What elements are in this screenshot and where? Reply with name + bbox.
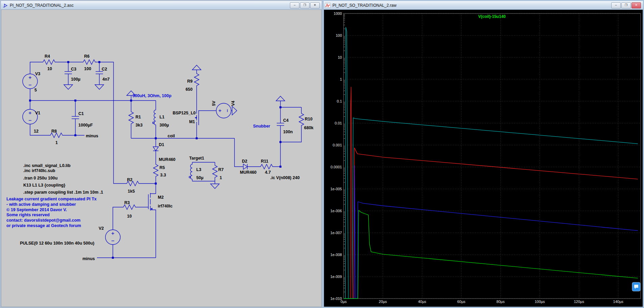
value-L3[interactable]: 50µ <box>196 175 203 180</box>
value-V3[interactable]: 5 <box>34 88 37 92</box>
comment-line[interactable]: contact: davorslistdepot@gmail.com <box>6 218 80 223</box>
ground-icon[interactable] <box>210 184 219 189</box>
comment-line[interactable]: Some rights reserved <box>6 213 50 217</box>
component-D1[interactable] <box>153 147 158 151</box>
spice-directive[interactable]: .inc irf740lc.sub <box>23 168 55 173</box>
component-R7[interactable] <box>213 164 217 178</box>
label-M2[interactable]: M2 <box>158 195 164 200</box>
comment-line[interactable]: © 19 September 2014 Davor V. <box>6 207 67 212</box>
label-M1[interactable]: M1 <box>189 119 195 124</box>
label-target[interactable]: Target1 <box>189 156 204 161</box>
value-R4[interactable]: 10 <box>47 66 52 71</box>
maximize-button[interactable]: ❐ <box>300 2 309 8</box>
component-R10[interactable] <box>299 112 304 127</box>
component-C1[interactable] <box>72 116 79 119</box>
component-M2[interactable] <box>148 193 152 211</box>
component-R3[interactable] <box>122 205 137 209</box>
schematic-canvas[interactable]: V3 5 R4 10 C3 100µ R6 100 C2 4n7 V1 12 C… <box>1 9 322 307</box>
net-label-minus-2[interactable]: minus <box>82 256 95 261</box>
label-R2[interactable]: R2 <box>127 177 132 182</box>
power-flag-icon[interactable] <box>276 96 285 101</box>
component-R11[interactable] <box>259 164 274 169</box>
value-V1[interactable]: 12 <box>34 129 39 134</box>
model-M1[interactable]: BSP125_L0 <box>173 111 196 115</box>
spice-directive[interactable]: .inc small_signal_L0.lib <box>23 163 71 168</box>
directive-ic[interactable]: .ic V(n008) 240 <box>270 175 300 180</box>
value-V4[interactable]: 5V <box>212 101 216 106</box>
label-R11[interactable]: R11 <box>261 159 268 164</box>
label-R3[interactable]: R3 <box>124 200 130 205</box>
component-L1[interactable] <box>153 110 156 125</box>
label-V2[interactable]: V2 <box>99 226 104 231</box>
value-R9[interactable]: 650 <box>185 87 193 92</box>
component-D2[interactable] <box>243 164 247 169</box>
waveform-plot[interactable]: 10001001010.10.010.0010.00011e-0051e-006… <box>324 10 643 307</box>
power-flag-icon[interactable] <box>192 65 201 70</box>
note-inductor[interactable]: 300uH, 3Ohm, 100p <box>132 93 172 98</box>
close-button[interactable]: ✕ <box>310 2 320 8</box>
model-M2[interactable]: irf740lc <box>158 204 173 208</box>
value-C2[interactable]: 4n7 <box>102 77 110 82</box>
component-V4[interactable] <box>216 103 231 118</box>
spice-directive[interactable]: .tran 0 250u 100u <box>23 176 57 180</box>
close-button[interactable]: ✕ <box>631 2 641 8</box>
value-C3[interactable]: 100µ <box>71 77 80 82</box>
label-D1[interactable]: D1 <box>159 142 164 147</box>
power-flag-icon[interactable] <box>232 106 237 115</box>
comment-line[interactable]: or private message at Geotech forum <box>6 223 81 228</box>
label-C4[interactable]: C4 <box>283 118 289 123</box>
value-R6[interactable]: 100 <box>84 66 91 71</box>
label-R5[interactable]: R5 <box>159 165 165 170</box>
value-R11[interactable]: 4.7 <box>265 170 271 175</box>
component-C4[interactable] <box>277 123 284 125</box>
minimize-button[interactable]: – <box>611 2 621 8</box>
comment-line[interactable]: - with active damping and snubber <box>6 202 76 207</box>
label-V4[interactable]: V4 <box>231 101 236 106</box>
component-C3[interactable] <box>65 72 72 74</box>
ground-icon[interactable] <box>95 85 104 89</box>
spice-directive[interactable]: K13 L1 L3 {coupling} <box>23 183 65 188</box>
label-V3[interactable]: V3 <box>35 72 40 76</box>
trace-legend[interactable]: V(coil)-15u140 <box>478 14 506 19</box>
minimize-button[interactable]: – <box>290 2 299 8</box>
component-R6[interactable] <box>81 60 96 64</box>
net-label-minus[interactable]: minus <box>86 134 98 138</box>
spice-directive[interactable]: .step param coupling list .1m 1m 10m .1 <box>23 190 103 195</box>
value-R7[interactable]: 1 <box>220 175 222 180</box>
label-C2[interactable]: C2 <box>102 67 107 72</box>
label-R10[interactable]: R10 <box>305 117 313 121</box>
value-L1[interactable]: 300µ <box>159 123 169 128</box>
value-D1[interactable]: MUR460 <box>159 157 175 162</box>
component-R8[interactable] <box>49 133 64 138</box>
note-snubber[interactable]: Snubber <box>253 124 270 129</box>
label-C1[interactable]: C1 <box>78 111 84 116</box>
wire[interactable] <box>192 162 215 184</box>
label-L3[interactable]: L3 <box>196 167 201 172</box>
value-R5[interactable]: 3.3 <box>160 173 166 177</box>
wire[interactable] <box>131 95 234 138</box>
titlebar-waveform[interactable]: PI_NOT_SO_TRADITIONAL_2.raw – ❐ ✕ <box>324 1 643 9</box>
label-R6[interactable]: R6 <box>84 54 90 59</box>
label-R7[interactable]: R7 <box>218 167 224 172</box>
schematic-drawing[interactable]: V3 5 R4 10 C3 100µ R6 100 C2 4n7 V1 12 C… <box>1 10 321 307</box>
label-D2[interactable]: D2 <box>242 159 247 164</box>
label-V1[interactable]: V1 <box>35 111 40 115</box>
label-C3[interactable]: C3 <box>71 67 76 72</box>
component-R4[interactable] <box>41 60 56 64</box>
label-R4[interactable]: R4 <box>45 54 50 59</box>
net-label-coil[interactable]: coil <box>168 134 175 138</box>
value-C4[interactable]: 100n <box>283 130 293 134</box>
maximize-button[interactable]: ❐ <box>621 2 631 8</box>
label-R1[interactable]: R1 <box>135 115 141 119</box>
component-R5[interactable] <box>153 163 158 177</box>
titlebar-schematic[interactable]: PI_NOT_SO_TRADITIONAL_2.asc – ❐ ✕ <box>1 1 322 9</box>
component-C2[interactable] <box>96 72 103 74</box>
component-L3[interactable] <box>189 164 193 179</box>
notification-icon[interactable] <box>632 282 640 291</box>
value-R1[interactable]: 3k3 <box>135 123 143 128</box>
label-L1[interactable]: L1 <box>159 115 165 119</box>
value-R10[interactable]: 680k <box>304 125 314 130</box>
component-V2[interactable] <box>105 230 120 245</box>
value-R3[interactable]: 10 <box>127 214 132 219</box>
value-R2[interactable]: 1k5 <box>128 189 135 194</box>
